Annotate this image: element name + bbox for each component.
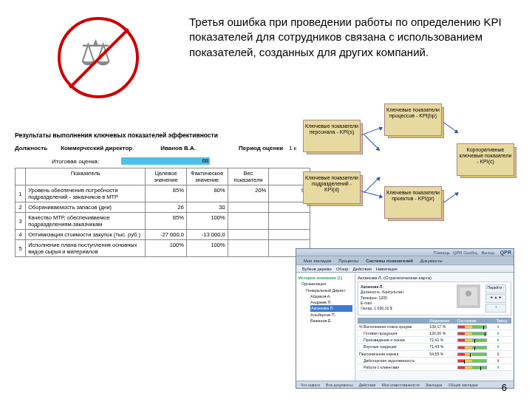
metric-row[interactable]: Готовая продукция120,00 %⬆ xyxy=(358,330,511,337)
person-role: Должность: Консультант xyxy=(361,290,404,294)
table-row: 5Исполнение плана поступления основных в… xyxy=(16,240,310,257)
metric-row[interactable]: % Выполнения плана продаж109,17 %⬆ xyxy=(358,324,511,330)
person-info: Аксенова Л. Должность: Консультант Телеф… xyxy=(361,284,404,313)
kpi-table: Показатель Целевое значение Фактическое … xyxy=(15,168,310,257)
menu-scorecards[interactable]: Системы показателей xyxy=(366,259,413,263)
metrics-table: ИзменениеСостояниеТренд % Выполнения пла… xyxy=(358,318,511,371)
nav-plus[interactable]: ＋ xyxy=(485,304,506,313)
metric-row[interactable]: Работа с клиентами⬆ xyxy=(358,364,511,370)
sb-alldocs[interactable]: Все документы xyxy=(326,383,353,387)
report-title: Результаты выполнения ключевых показател… xyxy=(15,132,318,139)
logout-link[interactable]: Выход xyxy=(481,250,494,255)
tool-nav[interactable]: Навигация xyxy=(376,267,398,271)
scorecard-app: Помощь QPR Сообщ. Выход QPR Мои закладки… xyxy=(296,248,514,389)
tree-root[interactable]: История компании (1) xyxy=(299,275,352,281)
person-name: Аксенова Л. xyxy=(361,284,383,289)
period-label: Период оценки xyxy=(239,145,283,151)
community-link[interactable]: QPR Сообщ. xyxy=(453,250,479,255)
tree-item[interactable]: Андреев П. xyxy=(310,299,352,305)
hdr-indicator: Показатель xyxy=(26,168,146,185)
table-row: 1Уровень обеспечения потребности подразд… xyxy=(16,185,310,202)
box-kpi-s: Ключевые показатели персонала - KPI(s) xyxy=(303,120,361,152)
hdr-fact: Фактическое значение xyxy=(186,168,228,185)
app-menu: Мои закладки Процессы Системы показателе… xyxy=(296,256,514,265)
kpi-report: Результаты выполнения ключевых показател… xyxy=(15,124,318,257)
menu-docs[interactable]: Документы xyxy=(420,259,443,263)
box-kpi-bp: Ключевые показатели процессов - KPI(bp) xyxy=(384,103,442,136)
tree-item[interactable]: Организация xyxy=(301,281,352,287)
metric-row[interactable]: Произведение и сказок72,41 %⬆ xyxy=(358,337,511,344)
help-link[interactable]: Помощь xyxy=(434,250,450,255)
tree-item[interactable]: Генеральный Директ xyxy=(306,287,352,293)
sb-shared[interactable]: Общие закладки xyxy=(448,383,477,387)
tool-tree[interactable]: Бубков дерево xyxy=(302,267,332,271)
table-row: 2Оборачиваемость запасов (дни)2630 xyxy=(16,202,310,213)
slide-paragraph: Третья ошибка при проведении работы по о… xyxy=(189,15,514,60)
metric-row[interactable]: Вкусные традиции71,43 %⬆ xyxy=(358,344,511,350)
scorecard-main: Аксенова Л. (Стратегическая карта) Аксен… xyxy=(355,273,514,388)
box-kpi-c: Корпоративные ключевые показатели - KPI(… xyxy=(457,143,514,176)
person-email: E-mail: xyxy=(361,301,372,305)
no-scales-icon: ⚖ xyxy=(52,11,151,103)
page-number: 6 xyxy=(502,382,507,393)
kpi-diagram: Ключевые показатели персонала - KPI(s) К… xyxy=(296,90,517,238)
goto-button[interactable]: Перейти - xyxy=(485,284,506,293)
hdr-weight: Вес показателя xyxy=(228,168,269,185)
position-label: Должность xyxy=(15,145,47,151)
tree-item-selected[interactable]: Аксенова Л. xyxy=(310,305,352,311)
person-salary: Оклад: 1 026,16 $ xyxy=(361,306,392,310)
position-value: Коммерческий директор xyxy=(61,145,132,151)
sb-my[interactable]: Мои ответственности xyxy=(381,383,420,387)
person-photo xyxy=(457,284,480,308)
brand-logo: QPR xyxy=(500,250,511,255)
person-phone: Телефон: 1205 xyxy=(361,296,387,300)
org-tree: История компании (1) Организация Генерал… xyxy=(296,273,355,388)
final-value: 68 xyxy=(121,157,210,165)
menu-bookmarks[interactable]: Мои закладки xyxy=(304,259,331,263)
metric-row[interactable]: Дебиторская задолженность⬇ xyxy=(358,357,511,364)
app-toolbar: Бубков дерево Обзор Действия Навигация xyxy=(296,265,514,273)
sb-actions[interactable]: Действия xyxy=(359,383,376,387)
table-row: 4Оптимизация стоимости закупок (тыс. руб… xyxy=(16,230,310,240)
nav-arrows[interactable]: ◄ ▲ ► xyxy=(485,294,506,303)
tool-view[interactable]: Обзор xyxy=(336,267,349,271)
box-kpi-d: Ключевые показатели подразделений - KPI(… xyxy=(303,171,361,204)
tree-item[interactable]: Бажанов Е. xyxy=(310,318,352,324)
tree-item[interactable]: Абдиков А. xyxy=(310,293,352,299)
report-person: Иванов В.А. xyxy=(160,145,196,151)
app-topbar: Помощь QPR Сообщ. Выход QPR xyxy=(296,249,514,256)
sb-bk[interactable]: Закладки xyxy=(426,383,442,387)
metric-row[interactable]: Персональная оценка54,55 %⬇ xyxy=(358,350,511,357)
menu-processes[interactable]: Процессы xyxy=(338,259,358,263)
table-row: 3Качество МТР, обеспечиваемое подразделе… xyxy=(16,213,310,230)
sb-whatsnew[interactable]: Что нового xyxy=(301,383,320,387)
tree-item[interactable]: Альбертов П. xyxy=(310,312,352,318)
final-label: Итоговая оценка: xyxy=(52,158,99,165)
hdr-target: Целевое значение xyxy=(146,168,187,185)
app-statusbar: Что нового Все документы Действия Мои от… xyxy=(296,381,514,388)
tool-actions[interactable]: Действия xyxy=(353,267,372,271)
card-title: Аксенова Л. (Стратегическая карта) xyxy=(358,276,511,280)
box-kpi-pr: Ключевые показатели проектов - KPI(pr) xyxy=(384,186,442,219)
